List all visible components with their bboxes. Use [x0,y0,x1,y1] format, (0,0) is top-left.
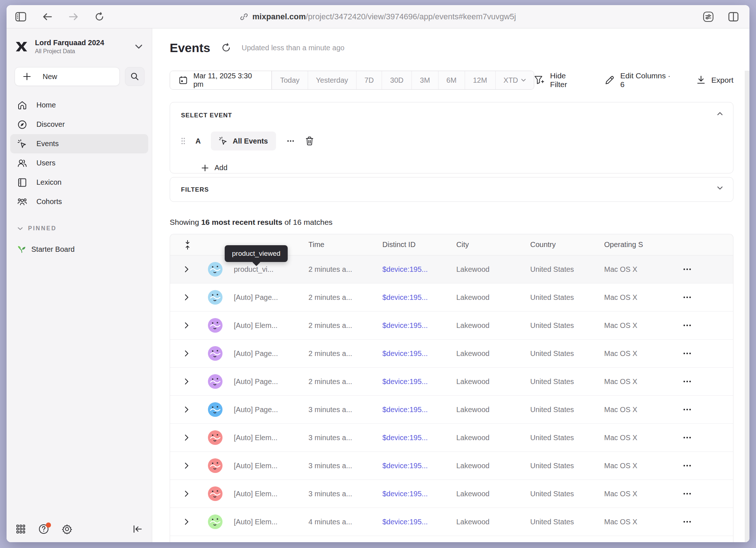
vertical-scrollbar[interactable] [745,71,749,542]
sidebar-item-label: Lexicon [36,178,62,187]
expand-row-icon[interactable] [185,518,189,525]
row-menu-icon[interactable] [683,493,692,495]
all-events-chip-label: All Events [233,137,268,145]
distinct-id-link[interactable]: $device:195... [382,434,428,442]
event-name[interactable]: [Auto] Elem... [228,490,308,498]
chevron-up-icon[interactable] [717,112,723,116]
row-menu-icon[interactable] [683,521,692,523]
expand-row-icon[interactable] [185,406,189,413]
event-name[interactable]: [Auto] Page... [228,349,308,358]
range-30d[interactable]: 30D [382,71,412,89]
sidebar-item-users[interactable]: Users [10,153,148,173]
sidebar-item-events[interactable]: Events [10,134,148,153]
sidebar: Lord Farquaad 2024 All Project Data New [7,28,152,542]
sidebar-item-starter-board[interactable]: Starter Board [17,245,152,254]
column-header-distinct-id[interactable]: Distinct ID [382,240,456,249]
distinct-id-link[interactable]: $device:195... [382,518,428,526]
event-time: 2 minutes a... [308,377,382,386]
new-button[interactable]: New [15,67,120,86]
range-3m[interactable]: 3M [412,71,438,89]
edit-columns-button[interactable]: Edit Columns · 6 [605,71,676,89]
pinned-section-toggle[interactable]: PINNED [17,225,152,232]
expand-row-icon[interactable] [185,322,189,329]
distinct-id-link[interactable]: $device:195... [382,265,428,274]
project-switcher[interactable]: Lord Farquaad 2024 All Project Data [7,28,152,55]
expand-row-icon[interactable] [185,266,189,273]
hide-filter-button[interactable]: Hide Filter [534,71,585,89]
collapse-sidebar-icon[interactable] [133,525,142,533]
range-yesterday[interactable]: Yesterday [308,71,356,89]
expand-row-icon[interactable] [185,350,189,357]
url-bar[interactable]: mixpanel.com/project/3472420/view/397469… [240,12,516,21]
date-picker[interactable]: Mar 11, 2025 3:30 pm [170,71,272,89]
customize-icon[interactable] [703,11,714,22]
distinct-id-link[interactable]: $device:195... [382,406,428,414]
apps-grid-icon[interactable] [16,524,25,534]
distinct-id-link[interactable]: $device:195... [382,462,428,470]
column-header-time[interactable]: Time [308,240,382,249]
row-menu-icon[interactable] [683,324,692,326]
more-options-icon[interactable] [286,140,296,142]
expand-row-icon[interactable] [185,378,189,385]
expand-row-icon[interactable] [185,490,189,497]
add-event-button[interactable]: Add [201,164,722,172]
row-menu-icon[interactable] [683,380,692,383]
back-icon[interactable] [42,12,52,21]
split-view-icon[interactable] [728,12,739,21]
all-events-chip[interactable]: All Events [211,132,276,150]
forward-icon[interactable] [68,12,79,21]
event-name[interactable]: [Auto] Elem... [228,518,308,526]
row-menu-icon[interactable] [683,465,692,467]
column-header-os[interactable]: Operating S [604,240,673,249]
sidebar-item-home[interactable]: Home [10,95,148,115]
sidebar-item-lexicon[interactable]: Lexicon [10,173,148,192]
event-country: United States [530,377,604,386]
expand-row-icon[interactable] [185,462,189,469]
distinct-id-link[interactable]: $device:195... [382,490,428,498]
distinct-id-link[interactable]: $device:195... [382,321,428,330]
distinct-id-link[interactable]: $device:195... [382,377,428,386]
expand-row-icon[interactable] [185,434,189,441]
search-button[interactable] [125,67,145,86]
event-name[interactable]: [Auto] Page... [228,293,308,302]
event-name[interactable]: [Auto] Elem... [228,321,308,330]
row-menu-icon[interactable] [683,408,692,411]
distinct-id-link[interactable]: $device:195... [382,349,428,358]
sidebar-item-cohorts[interactable]: Cohorts [10,192,148,211]
column-header-country[interactable]: Country [530,240,604,249]
gear-icon[interactable] [62,524,72,534]
refresh-icon[interactable] [221,43,231,52]
event-os: Mac OS X [604,321,673,330]
distinct-id-link[interactable]: $device:195... [382,293,428,302]
collapse-rows-icon[interactable] [185,240,190,250]
reload-icon[interactable] [95,12,104,21]
row-menu-icon[interactable] [683,268,692,270]
range-6m[interactable]: 6M [438,71,465,89]
range-xtd[interactable]: XTD [495,71,534,89]
range-7d[interactable]: 7D [356,71,382,89]
expand-row-icon[interactable] [185,294,189,301]
export-button[interactable]: Export [697,75,733,85]
event-name[interactable]: product_vi... [228,265,308,274]
event-name[interactable]: [Auto] Elem... [228,462,308,470]
help-icon[interactable] [39,524,49,534]
event-name[interactable]: [Auto] Page... [228,377,308,386]
trash-icon[interactable] [305,136,314,146]
event-name[interactable]: [Auto] Elem... [228,434,308,442]
range-12m[interactable]: 12M [465,71,495,89]
sidebar-toggle-icon[interactable] [15,12,26,21]
row-menu-icon[interactable] [683,296,692,298]
row-menu-icon[interactable] [683,437,692,439]
table-row: [Auto] Page... 2 minutes a... $device:19… [170,368,733,396]
event-time: 3 minutes a... [308,434,382,442]
chevron-down-icon[interactable] [717,186,723,190]
event-avatar [208,346,223,361]
date-range-control: Mar 11, 2025 3:30 pm Today Yesterday 7D … [170,71,534,90]
event-name[interactable]: [Auto] Page... [228,406,308,414]
column-header-city[interactable]: City [456,240,530,249]
row-menu-icon[interactable] [683,352,692,355]
range-today[interactable]: Today [272,71,307,89]
event-city: Lakewood [456,265,530,274]
sidebar-item-discover[interactable]: Discover [10,115,148,134]
drag-handle-icon[interactable] [181,137,185,145]
